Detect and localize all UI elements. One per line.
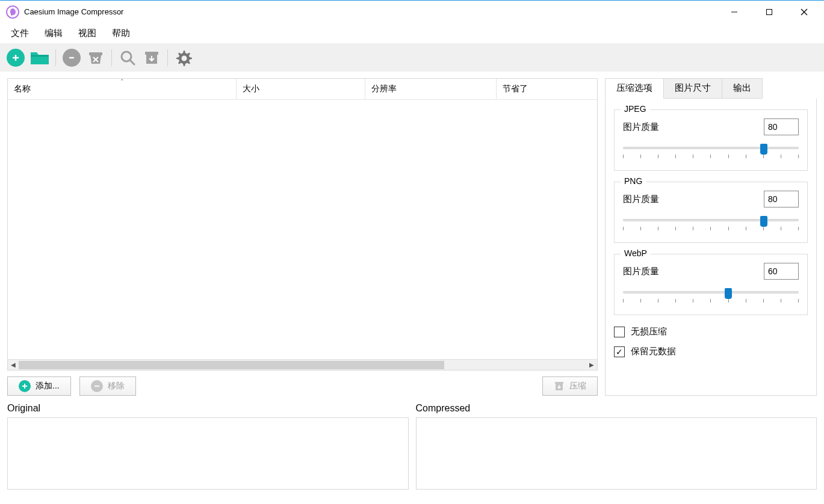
remove-button[interactable]: 移除	[79, 376, 136, 396]
add-file-button[interactable]	[6, 48, 25, 67]
webp-quality-spinbox[interactable]: 60	[764, 263, 799, 280]
horizontal-scrollbar[interactable]: ◀ ▶	[8, 359, 597, 370]
metadata-checkbox-row[interactable]: ✓ 保留元数据	[614, 346, 808, 357]
png-group: PNG 图片质量 80	[614, 182, 808, 243]
column-size[interactable]: 大小	[237, 79, 365, 99]
add-button[interactable]: 添加...	[7, 376, 71, 396]
toolbar-separator	[55, 49, 56, 66]
svg-rect-18	[555, 382, 563, 384]
table-body[interactable]	[8, 100, 597, 359]
compress-icon	[143, 50, 160, 66]
file-table: ⌃ 名称 大小 分辨率 节省了 ◀ ▶	[7, 78, 598, 370]
magnifier-icon	[119, 49, 136, 66]
gear-icon	[175, 49, 193, 67]
svg-line-12	[130, 60, 134, 64]
minus-icon	[91, 380, 103, 392]
menu-file[interactable]: 文件	[4, 25, 36, 41]
scroll-left-arrow-icon[interactable]: ◀	[8, 361, 19, 368]
settings-button[interactable]	[174, 48, 193, 67]
compression-pane: JPEG 图片质量 80 PNG 图片质量 80	[605, 99, 817, 396]
toolbar-separator	[167, 49, 168, 66]
remove-button[interactable]	[62, 48, 81, 67]
close-button[interactable]	[787, 1, 822, 23]
settings-tabs: 压缩选项 图片尺寸 输出	[605, 78, 817, 99]
folder-icon	[30, 50, 49, 66]
png-legend: PNG	[621, 176, 646, 186]
slider-thumb[interactable]	[760, 216, 767, 227]
add-button-label: 添加...	[36, 381, 60, 392]
svg-rect-1	[767, 9, 772, 14]
svg-rect-8	[89, 52, 102, 55]
clear-icon	[87, 50, 104, 66]
menu-view[interactable]: 视图	[71, 25, 104, 41]
compressed-label: Compressed	[416, 402, 817, 417]
toolbar-separator	[111, 49, 112, 66]
webp-group: WebP 图片质量 60	[614, 254, 808, 315]
lossless-label: 无损压缩	[631, 326, 667, 337]
sort-indicator-icon: ⌃	[120, 78, 125, 84]
plus-icon	[7, 49, 25, 67]
png-quality-slider[interactable]	[623, 216, 799, 232]
jpeg-quality-spinbox[interactable]: 80	[764, 118, 799, 135]
scroll-thumb[interactable]	[19, 361, 444, 369]
tab-compression[interactable]: 压缩选项	[605, 78, 664, 99]
maximize-button[interactable]	[752, 1, 787, 23]
app-icon	[6, 5, 19, 19]
column-saved[interactable]: 节省了	[497, 79, 597, 99]
window-title: Caesium Image Compressor	[24, 7, 123, 16]
compress-toolbar-button[interactable]	[142, 48, 161, 67]
preview-button[interactable]	[118, 48, 137, 67]
compressed-preview	[416, 417, 817, 490]
table-header: ⌃ 名称 大小 分辨率 节省了	[8, 79, 597, 100]
svg-point-14	[182, 55, 187, 61]
column-name[interactable]: ⌃ 名称	[8, 79, 237, 99]
menu-help[interactable]: 帮助	[105, 25, 137, 41]
slider-thumb[interactable]	[760, 144, 767, 155]
compress-button-label: 压缩	[569, 381, 586, 392]
minimize-button[interactable]	[717, 1, 752, 23]
slider-thumb[interactable]	[725, 288, 732, 299]
webp-quality-slider[interactable]	[623, 288, 799, 304]
original-preview	[7, 417, 409, 490]
plus-icon	[19, 380, 31, 392]
column-resolution[interactable]: 分辨率	[365, 79, 497, 99]
menu-edit[interactable]: 编辑	[37, 25, 70, 41]
webp-quality-label: 图片质量	[623, 266, 659, 277]
lossless-checkbox[interactable]	[614, 327, 625, 337]
clear-button[interactable]	[86, 48, 105, 67]
titlebar: Caesium Image Compressor	[0, 0, 824, 23]
open-folder-button[interactable]	[30, 48, 49, 67]
tab-output[interactable]: 输出	[722, 78, 763, 99]
column-name-label: 名称	[14, 84, 31, 93]
metadata-checkbox[interactable]: ✓	[614, 346, 625, 357]
png-quality-label: 图片质量	[623, 194, 659, 205]
png-quality-spinbox[interactable]: 80	[764, 191, 799, 207]
svg-rect-13	[145, 52, 158, 55]
metadata-label: 保留元数据	[631, 346, 676, 357]
tab-dimensions[interactable]: 图片尺寸	[663, 78, 722, 99]
compress-icon	[554, 381, 565, 392]
original-label: Original	[7, 402, 409, 417]
scroll-right-arrow-icon[interactable]: ▶	[586, 361, 597, 368]
jpeg-legend: JPEG	[621, 104, 650, 114]
webp-legend: WebP	[621, 248, 651, 258]
jpeg-group: JPEG 图片质量 80	[614, 109, 808, 171]
jpeg-quality-slider[interactable]	[623, 144, 799, 159]
remove-button-label: 移除	[108, 381, 125, 392]
lossless-checkbox-row[interactable]: 无损压缩	[614, 326, 808, 337]
svg-rect-6	[31, 55, 49, 57]
menubar: 文件 编辑 视图 帮助	[0, 23, 824, 43]
toolbar	[0, 43, 824, 72]
compress-button[interactable]: 压缩	[542, 376, 598, 396]
jpeg-quality-label: 图片质量	[623, 121, 659, 133]
minus-icon	[63, 49, 81, 67]
